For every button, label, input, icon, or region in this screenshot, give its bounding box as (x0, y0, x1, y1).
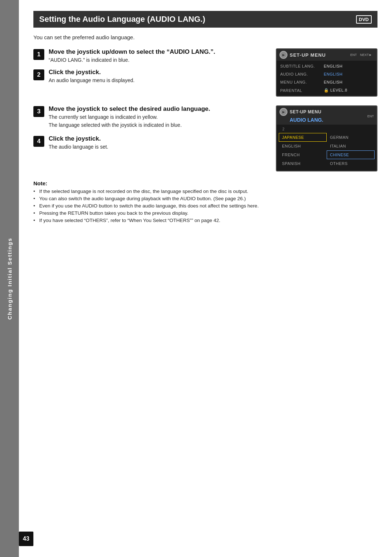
dvd-screen-2: ▶ SET-UP MENU AUDIO LANG. ENT 2 (276, 105, 377, 171)
screen-2-small-title: SET-UP MENU (290, 109, 321, 114)
screen-2-container: ▶ SET-UP MENU AUDIO LANG. ENT 2 (276, 105, 377, 171)
main-content: Setting the Audio Language (AUDIO LANG.)… (19, 11, 392, 247)
screen-1-value-2: ENGLISH (320, 78, 377, 86)
step-1-desc: “AUDIO LANG.” is indicated in blue. (49, 57, 267, 63)
note-item-2: Even if you use the AUDIO button to swit… (33, 203, 377, 209)
note-item-4: If you have selected “OTHERS”, refer to … (33, 218, 377, 223)
screen-1-row-3: PARENTAL 🔒 LEVEL.8 (277, 86, 377, 94)
step-2-desc: An audio language menu is displayed. (49, 77, 267, 83)
screen-1-value-3: 🔒 LEVEL.8 (320, 86, 377, 94)
screen-1-row-0: SUBTITLE LANG. ENGLISH (277, 62, 377, 70)
screen-1-row-2: MENU LANG. ENGLISH (277, 78, 377, 86)
step-3-block: 3 Move the joystick to select the desire… (33, 105, 267, 130)
screen-1-label-1: AUDIO LANG. (277, 70, 320, 78)
screen-1-header: ▶ SET-UP MENU ENT NEXT► (277, 49, 377, 61)
screen-2-grid: JAPANESE GERMAN ENGLISH ITALIAN FRENCH C… (277, 132, 377, 171)
step-1-content: Move the joystick up/down to select the … (49, 48, 267, 65)
screen-1-label-0: SUBTITLE LANG. (277, 62, 320, 70)
screen-2-cell-english: ENGLISH (279, 142, 327, 150)
note-item-1: You can also switch the audio language d… (33, 196, 377, 201)
step-3-title: Move the joystick to select the desired … (49, 105, 267, 113)
screen-2-cell-chinese: CHINESE (327, 150, 375, 159)
note-title: Note: (33, 180, 377, 186)
screen-1-row-1: AUDIO LANG. ENGLISH (277, 70, 377, 78)
step-3-desc1: The currently set language is indicated … (49, 114, 267, 120)
screen-2-cell-french: FRENCH (279, 150, 327, 159)
step-4-title: Click the joystick. (49, 135, 267, 142)
screen-2-cell-others: OTHERS (327, 159, 375, 168)
screen-1-header-left: ▶ SET-UP MENU (279, 51, 326, 59)
dvd-icon-2: ▶ (279, 108, 287, 116)
dvd-screen-1: ▶ SET-UP MENU ENT NEXT► SUBTITLE LANG. E… (276, 48, 377, 97)
screen-1-value-0: ENGLISH (320, 62, 377, 70)
note-list: If the selected language is not recorded… (33, 189, 377, 223)
dvd-badge: DVD (356, 15, 372, 24)
step-1-title: Move the joystick up/down to select the … (49, 48, 267, 56)
screen-2-header: ▶ SET-UP MENU AUDIO LANG. ENT (277, 106, 377, 125)
screen-2-header-left: ▶ SET-UP MENU AUDIO LANG. (279, 108, 323, 123)
page-subtitle: You can set the preferred audio language… (33, 34, 377, 40)
steps-3-4-row: 3 Move the joystick to select the desire… (33, 105, 377, 171)
screen-2-cell-spanish: SPANISH (279, 159, 327, 168)
screen-1-next: NEXT► (358, 52, 374, 57)
note-section: Note: If the selected language is not re… (33, 180, 377, 223)
screen-1-title: SET-UP MENU (290, 52, 326, 58)
page-title: Setting the Audio Language (AUDIO LANG.) (39, 15, 205, 24)
title-bar: Setting the Audio Language (AUDIO LANG.)… (33, 11, 377, 28)
screen-1-label-2: MENU LANG. (277, 78, 320, 86)
sidebar: Changing Initial Settings (0, 0, 19, 557)
screen-2-num: 2 (279, 126, 287, 132)
sidebar-label: Changing Initial Settings (7, 238, 13, 320)
step-2-content: Click the joystick. An audio language me… (49, 69, 267, 85)
step-3-content: Move the joystick to select the desired … (49, 105, 267, 130)
step-4-block: 4 Click the joystick. The audio language… (33, 135, 267, 152)
steps-1-2-row: 1 Move the joystick up/down to select th… (33, 48, 377, 97)
step-4-content: Click the joystick. The audio language i… (49, 135, 267, 152)
step-1-block: 1 Move the joystick up/down to select th… (33, 48, 267, 65)
screen-2-cell-italian: ITALIAN (327, 142, 375, 150)
screen-2-cell-japanese: JAPANESE (279, 133, 327, 142)
screen-2-main-title: AUDIO LANG. (290, 117, 323, 123)
screen-1-menu-rows: SUBTITLE LANG. ENGLISH AUDIO LANG. ENGLI… (277, 61, 377, 96)
step-2-number: 2 (33, 69, 44, 80)
step-1-number: 1 (33, 49, 44, 60)
note-item-0: If the selected language is not recorded… (33, 189, 377, 194)
step-2-title: Click the joystick. (49, 69, 267, 76)
page-number: 43 (19, 532, 33, 546)
note-item-3: Pressing the RETURN button takes you bac… (33, 210, 377, 216)
screen-1-ent: ENT (350, 53, 357, 57)
steps-1-2-left: 1 Move the joystick up/down to select th… (33, 48, 267, 89)
screen-1-value-1: ENGLISH (320, 70, 377, 78)
screen-1-header-right: ENT NEXT► (350, 52, 374, 57)
screen-1-container: ▶ SET-UP MENU ENT NEXT► SUBTITLE LANG. E… (276, 48, 377, 97)
step-4-desc: The audio language is set. (49, 144, 267, 150)
steps-3-4-left: 3 Move the joystick to select the desire… (33, 105, 267, 156)
step-3-number: 3 (33, 106, 44, 117)
step-4-number: 4 (33, 136, 44, 147)
screen-1-label-3: PARENTAL (277, 86, 320, 94)
screen-2-header-right: ENT (367, 112, 374, 118)
screen-2-ent: ENT (367, 114, 374, 118)
screen-2-cell-german: GERMAN (327, 133, 375, 142)
step-2-block: 2 Click the joystick. An audio language … (33, 69, 267, 85)
step-3-desc2: The language selected with the joystick … (49, 122, 267, 128)
dvd-icon-1: ▶ (279, 51, 287, 59)
